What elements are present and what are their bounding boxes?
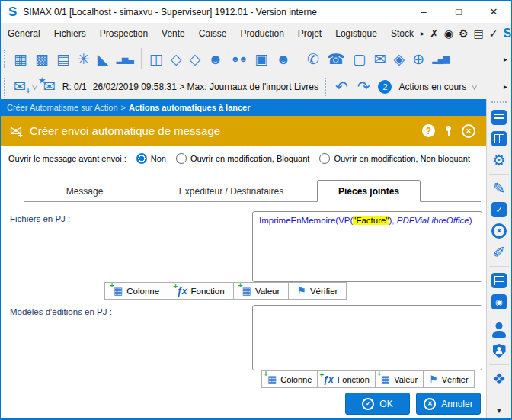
notes-icon[interactable]: ▤ bbox=[474, 27, 484, 40]
menu-item-logistique[interactable]: Logistique bbox=[328, 28, 384, 39]
store-icon[interactable]: ▣ bbox=[251, 52, 272, 66]
fx-plus-icon: ƒx+ bbox=[323, 375, 333, 384]
star-badge-icon: ★ bbox=[39, 77, 46, 85]
toolbar-separator bbox=[141, 48, 142, 69]
phone-incoming-icon[interactable]: ☎ bbox=[323, 52, 349, 66]
envelope-icon[interactable]: ✉ bbox=[370, 52, 390, 66]
sidebar-separator bbox=[489, 316, 509, 316]
list-view-icon[interactable]: ▤ bbox=[53, 52, 74, 66]
gear-icon[interactable]: ⚙ bbox=[492, 152, 506, 168]
stats-clock-icon[interactable]: ▂▅▃ bbox=[112, 55, 136, 63]
chart-icon[interactable]: ▂▄▆ bbox=[428, 55, 453, 63]
phone-outgoing-icon[interactable]: ✆ bbox=[303, 52, 323, 66]
breadcrumb-parent[interactable]: Créer Automatisme sur Action bbox=[7, 103, 118, 112]
shield-user-icon[interactable] bbox=[493, 344, 506, 358]
toolbar-drag-handle[interactable] bbox=[4, 50, 6, 68]
send-message-icon: ✉+ bbox=[10, 123, 22, 138]
validate-icon[interactable]: ✓ bbox=[489, 27, 498, 40]
menu-item-vente[interactable]: Vente bbox=[155, 28, 192, 39]
right-sidebar: ⚙ ✎ ✓ ✕ ✐ ◉ ❖ ▼ bbox=[486, 99, 511, 418]
annuler-button[interactable]: ✕ Annuler bbox=[416, 393, 481, 415]
columns-layout-icon[interactable] bbox=[491, 273, 507, 288]
tab-message[interactable]: Message bbox=[24, 181, 146, 201]
close-button[interactable]: ✕ bbox=[476, 1, 511, 23]
grid-eye-icon[interactable]: ◉ bbox=[491, 294, 507, 309]
ok-button[interactable]: ✓ OK bbox=[345, 393, 410, 415]
grid-plus-icon: ▦+ bbox=[114, 286, 123, 296]
verifier-button[interactable]: ⚑Vérifier bbox=[423, 370, 475, 388]
briefcase-icon[interactable]: ▢ bbox=[349, 52, 370, 66]
person-icon[interactable]: ☻ bbox=[272, 52, 295, 66]
tools-icon[interactable]: ✗ bbox=[430, 27, 439, 40]
valeur-button[interactable]: ▦+Valeur bbox=[375, 370, 424, 388]
menu-item-production[interactable]: Production bbox=[233, 28, 290, 39]
group-icon[interactable]: ☻☻ bbox=[227, 55, 251, 63]
menu-item-general[interactable]: Général bbox=[1, 28, 47, 39]
maximize-button[interactable]: □ bbox=[441, 1, 476, 23]
pin-icon[interactable] bbox=[446, 126, 451, 131]
toolbar-drag-handle[interactable] bbox=[325, 78, 327, 96]
sidebar-drag-handle[interactable] bbox=[491, 101, 507, 103]
paintbrush-icon[interactable]: ✐ bbox=[493, 245, 506, 260]
connect-icon[interactable]: ◉ bbox=[444, 27, 453, 40]
radio-modification-non-bloquant[interactable] bbox=[319, 153, 330, 164]
contacts-icon[interactable]: ☻ bbox=[204, 52, 227, 66]
fichiers-pj-field[interactable]: ImprimeEnMemoire(VP("Facture"), PDFViaLi… bbox=[252, 211, 482, 282]
menu-item-fichiers[interactable]: Fichiers bbox=[47, 28, 93, 39]
help-icon[interactable]: ? bbox=[422, 124, 435, 137]
new-message-icon[interactable]: ✉+ bbox=[10, 79, 30, 94]
tag-icon[interactable]: ◇ bbox=[185, 52, 204, 66]
price-tag-euro-icon[interactable]: ◇ bbox=[167, 52, 186, 66]
burst-icon[interactable]: ✳ bbox=[74, 52, 94, 66]
colonne-button[interactable]: ▦+Colonne bbox=[261, 370, 318, 388]
panel-close-icon[interactable]: ✕ bbox=[462, 124, 475, 138]
package-icon[interactable]: ◫ bbox=[146, 52, 167, 66]
tab-expediteur-destinataires[interactable]: Expéditeur / Destinataires bbox=[146, 181, 317, 201]
radio-modification-non-bloquant-label[interactable]: Ouvrir en modification, Non bloquant bbox=[334, 154, 470, 163]
form-view-icon[interactable] bbox=[491, 110, 507, 125]
toolbar-overflow-icon[interactable]: ▸ bbox=[504, 82, 511, 91]
verifier-button[interactable]: ⚑Vérifier bbox=[288, 282, 347, 300]
radio-non[interactable] bbox=[136, 153, 147, 164]
group-actions-icon[interactable]: ❖ bbox=[492, 371, 506, 386]
menu-item-caisse[interactable]: Caisse bbox=[192, 28, 234, 39]
area-chart-icon[interactable]: ◣ bbox=[94, 52, 113, 66]
modeles-editions-field[interactable] bbox=[252, 305, 482, 370]
toolbar-overflow-icon[interactable]: ▸ bbox=[504, 55, 511, 63]
planning-grid-icon[interactable]: ▩ bbox=[31, 52, 53, 66]
edit-validate-icon[interactable]: ✎ bbox=[493, 181, 506, 196]
fonction-button[interactable]: ƒx+Fonction bbox=[168, 282, 233, 300]
simax-menu-logo-icon[interactable]: S bbox=[503, 27, 511, 40]
grid-plus-icon: ▦+ bbox=[381, 374, 390, 384]
actions-dropdown-icon[interactable]: ▽ bbox=[469, 83, 479, 91]
calendar-icon[interactable]: ▦ bbox=[10, 52, 31, 66]
radio-modification-bloquant-label[interactable]: Ouvrir en modification, Bloquant bbox=[190, 154, 310, 163]
menu-item-prospection[interactable]: Prospection bbox=[93, 28, 155, 39]
toolbar-drag-handle[interactable] bbox=[4, 78, 6, 96]
modeles-editions-label: Modèles d'éditions en PJ : bbox=[10, 307, 112, 316]
valeur-button[interactable]: ▦+Valeur bbox=[233, 282, 290, 300]
radio-modification-bloquant[interactable] bbox=[176, 153, 187, 164]
save-icon[interactable]: ✓ bbox=[491, 202, 507, 217]
verify-icon[interactable]: ✕ bbox=[491, 223, 507, 239]
user-icon[interactable] bbox=[492, 322, 506, 338]
sidebar-more-icon[interactable]: ▼ bbox=[495, 406, 503, 415]
actions-en-cours-label[interactable]: Actions en cours bbox=[395, 82, 469, 92]
menu-expand-icon[interactable]: ▸ bbox=[421, 29, 424, 37]
fonction-button[interactable]: ƒx+Fonction bbox=[317, 370, 376, 388]
target-icon[interactable]: ⊕ bbox=[408, 52, 428, 66]
undo-icon[interactable]: ↶ bbox=[331, 79, 353, 95]
table-view-icon[interactable] bbox=[491, 131, 507, 146]
minimize-button[interactable]: – bbox=[406, 1, 441, 23]
status-message: 26/02/2019 09:58:31 > Max: Journaux de l… bbox=[90, 82, 322, 92]
radio-non-label[interactable]: Non bbox=[151, 154, 166, 163]
menu-item-stock[interactable]: Stock bbox=[384, 28, 421, 39]
redo-icon[interactable]: ↷ bbox=[353, 79, 375, 95]
toolbar-separator bbox=[299, 48, 299, 69]
cube-icon[interactable]: ◈ bbox=[390, 52, 409, 66]
colonne-button[interactable]: ▦+Colonne bbox=[104, 282, 168, 300]
menu-item-projet[interactable]: Projet bbox=[291, 28, 328, 39]
received-message-icon[interactable]: ✉★ bbox=[40, 79, 59, 94]
tab-pieces-jointes[interactable]: Pièces jointes bbox=[317, 180, 421, 202]
wrench-icon[interactable]: ⚙ bbox=[459, 27, 469, 40]
